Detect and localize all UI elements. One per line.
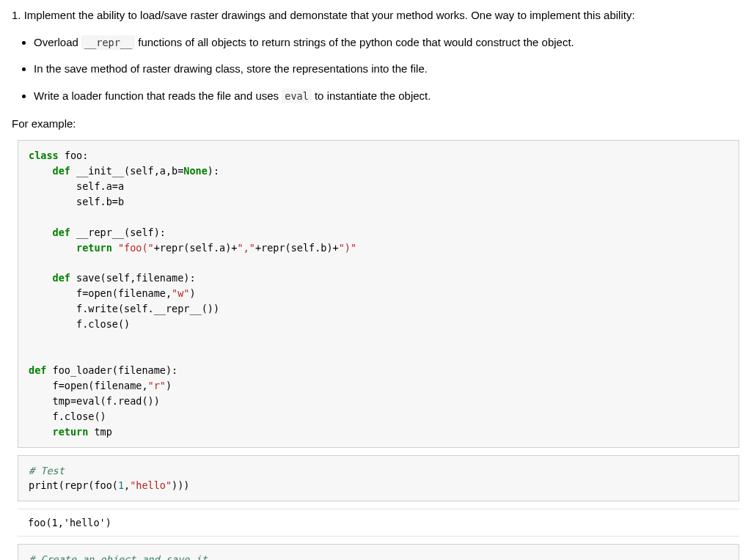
eval-code: eval [282,89,312,103]
open-w-a: f=open(filename, [29,287,172,299]
print-a: print(repr(foo( [29,479,118,491]
kw-none: None [183,165,208,177]
kw-return2: return [29,426,88,438]
bullet1-text-a: Overload [34,36,81,48]
line-selfb: self.b=b [29,196,124,207]
code-cell-1: class foo: def __init__(self,a,b=None): … [18,140,739,448]
bullet-3: Write a loader function that reads the f… [34,88,739,105]
kw-class: class [29,150,59,161]
print-b: , [124,479,130,491]
list-number: 1. [12,9,21,21]
p1: +repr(self.a)+ [154,242,238,254]
tmp-eval: tmp=eval(f.read()) [29,395,160,407]
kw-def4: def [29,364,46,376]
create-comment: # Create an object and save it [29,553,208,560]
p2: +repr(self.b)+ [255,242,339,254]
print-n: 1 [118,479,124,491]
s2: "," [238,242,255,254]
test-comment: # Test [29,465,65,476]
ret-tmp: tmp [88,426,112,438]
fwrite: f.write(self.__repr__()) [29,303,219,314]
cls-name: foo: [59,150,89,161]
open-w-s: "w" [172,287,189,299]
open-r-b: ) [166,380,172,391]
instruction-main: 1. Implement the ability to load/save ra… [12,7,739,24]
open-r-s: "r" [148,380,166,391]
bullet3-text-b: to instantiate the object. [312,89,431,102]
kw-def3: def [29,272,70,284]
kw-return: return [29,242,112,254]
repr-code: __repr__ [81,35,135,50]
bullet3-text-a: Write a loader function that reads the f… [34,89,282,102]
for-example-label: For example: [12,117,739,130]
repr-sig: __repr__(self): [70,226,166,238]
code-cell-2: # Test print(repr(foo(1,"hello"))) [18,455,739,502]
print-c: ))) [172,479,189,491]
loader-sig: foo_loader(filename): [46,364,177,376]
bullet1-text-b: functions of all objects to return strin… [135,36,574,48]
init-sig: __init__(self,a,b= [70,165,183,177]
open-w-b: ) [189,287,195,299]
s1: "foo(" [112,242,154,254]
code-cell-3: # Create an object and save it ff=foo(1,… [18,544,739,560]
bullet-1: Overload __repr__ functions of all objec… [34,34,739,51]
open-r-a: f=open(filename, [29,380,148,391]
kw-def: def [29,165,70,177]
line-selfa: self.a=a [29,180,124,192]
instruction-text: Implement the ability to load/save raste… [24,9,635,21]
kw-def2: def [29,226,70,238]
bullet-2: In the save method of raster drawing cla… [34,61,739,78]
s3: ")" [339,242,356,254]
document-content: 1. Implement the ability to load/save ra… [0,0,751,560]
fclose2: f.close() [29,410,106,422]
output-cell-1: foo(1,'hello') [18,509,739,537]
instruction-bullets: Overload __repr__ functions of all objec… [34,34,739,105]
save-sig: save(self,filename): [70,272,196,284]
init-end: ): [208,165,219,177]
print-s: "hello" [130,479,172,491]
fclose: f.close() [29,318,130,330]
